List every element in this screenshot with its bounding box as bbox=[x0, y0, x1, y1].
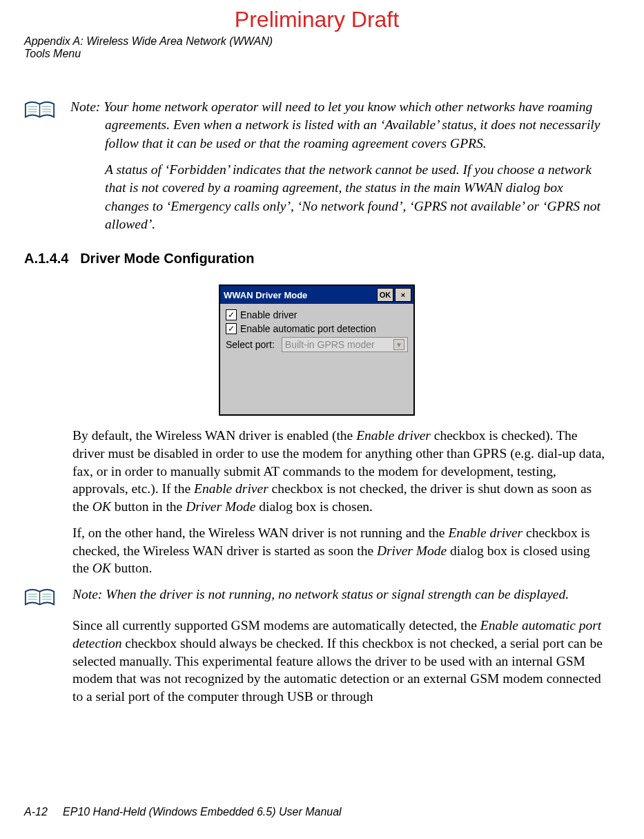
page-number: A-12 bbox=[24, 806, 48, 818]
manual-title: EP10 Hand-Held (Windows Embedded 6.5) Us… bbox=[63, 806, 342, 818]
body-paragraph-2: If, on the other hand, the Wireless WAN … bbox=[72, 524, 609, 577]
book-icon bbox=[24, 588, 55, 611]
note-label: Note: bbox=[70, 99, 100, 114]
dialog-titlebar: WWAN Driver Mode OK × bbox=[220, 286, 413, 304]
close-button[interactable]: × bbox=[395, 288, 411, 302]
body1-t1: By default, the Wireless WAN driver is e… bbox=[72, 428, 356, 443]
note2-label: Note: bbox=[72, 587, 102, 601]
ok-button[interactable]: OK bbox=[377, 288, 393, 302]
body1-i3: OK bbox=[92, 499, 111, 514]
appendix-header: Appendix A: Wireless Wide Area Network (… bbox=[24, 35, 609, 60]
body-paragraph-3: Since all currently supported GSM modems… bbox=[72, 617, 609, 706]
body1-t5: dialog box is chosen. bbox=[255, 499, 373, 514]
preliminary-draft: Preliminary Draft bbox=[24, 7, 609, 32]
enable-driver-label: Enable driver bbox=[240, 309, 297, 320]
select-port-combo[interactable]: Built-in GPRS moder ▼ bbox=[282, 337, 408, 352]
chevron-down-icon: ▼ bbox=[393, 339, 404, 350]
dialog-title: WWAN Driver Mode bbox=[222, 290, 375, 300]
appendix-line1: Appendix A: Wireless Wide Area Network (… bbox=[24, 35, 609, 48]
body1-i4: Driver Mode bbox=[186, 499, 255, 514]
body-paragraph-1: By default, the Wireless WAN driver is e… bbox=[72, 427, 609, 516]
body1-i1: Enable driver bbox=[356, 428, 431, 443]
select-port-value: Built-in GPRS moder bbox=[285, 339, 375, 350]
note1-p1: Your home network operator will need to … bbox=[104, 99, 600, 151]
body2-t4: button. bbox=[111, 561, 153, 575]
body1-i2: Enable driver bbox=[194, 481, 269, 496]
appendix-line2: Tools Menu bbox=[24, 48, 609, 60]
note1-p2: A status of ‘Forbidden’ indicates that t… bbox=[70, 161, 609, 233]
note2-text: When the driver is not running, no netwo… bbox=[106, 587, 569, 601]
body2-t1: If, on the other hand, the Wireless WAN … bbox=[72, 525, 448, 540]
section-number: A.1.4.4 bbox=[24, 251, 68, 266]
section-heading: A.1.4.4 Driver Mode Configuration bbox=[24, 251, 609, 267]
body2-i2: Driver Mode bbox=[377, 543, 447, 558]
body1-t4: button in the bbox=[111, 499, 186, 514]
body2-i3: OK bbox=[92, 561, 111, 575]
select-port-label: Select port: bbox=[226, 339, 275, 350]
body3-t2: checkbox should always be checked. If th… bbox=[72, 636, 603, 704]
body3-t1: Since all currently supported GSM modems… bbox=[72, 618, 480, 633]
section-title: Driver Mode Configuration bbox=[80, 251, 254, 266]
page-footer: A-12 EP10 Hand-Held (Windows Embedded 6.… bbox=[24, 806, 342, 818]
enable-driver-checkbox[interactable]: ✓ bbox=[226, 309, 237, 320]
wwan-driver-mode-dialog: WWAN Driver Mode OK × ✓ Enable driver ✓ … bbox=[219, 285, 415, 416]
body2-i1: Enable driver bbox=[448, 525, 523, 540]
note-block-2: Note: When the driver is not running, no… bbox=[24, 586, 609, 611]
enable-auto-port-checkbox[interactable]: ✓ bbox=[226, 323, 237, 334]
book-icon bbox=[24, 100, 55, 124]
enable-auto-port-label: Enable automatic port detection bbox=[240, 323, 376, 334]
note-block-1: Note: Your home network operator will ne… bbox=[24, 98, 609, 233]
